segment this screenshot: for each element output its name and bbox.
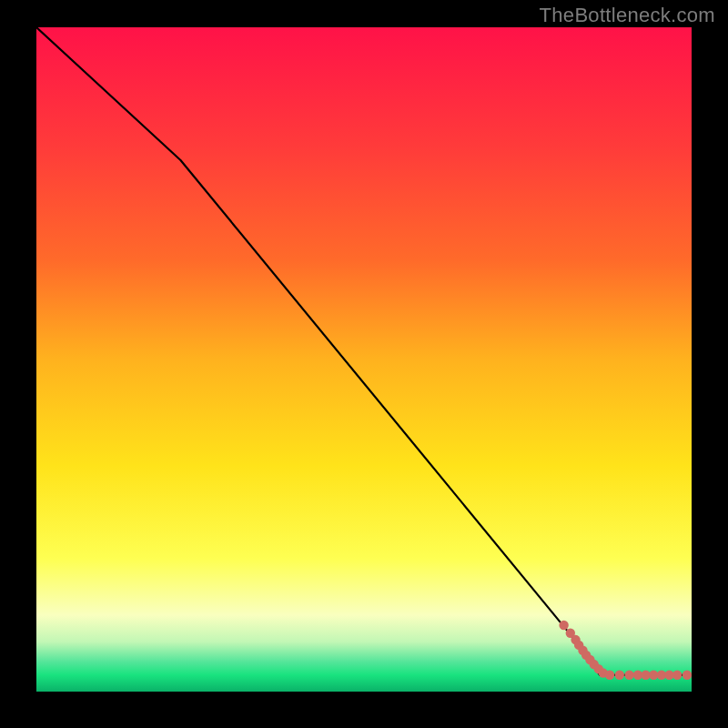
chart-svg [36, 27, 692, 692]
attribution-label: TheBottleneck.com [540, 4, 715, 27]
sample-point [624, 671, 633, 680]
sample-point [605, 671, 614, 680]
bottleneck-chart [36, 27, 692, 692]
sample-point [682, 671, 692, 680]
sample-point [615, 671, 624, 680]
chart-background [36, 27, 692, 692]
sample-point [559, 621, 568, 630]
sample-point [672, 671, 682, 680]
